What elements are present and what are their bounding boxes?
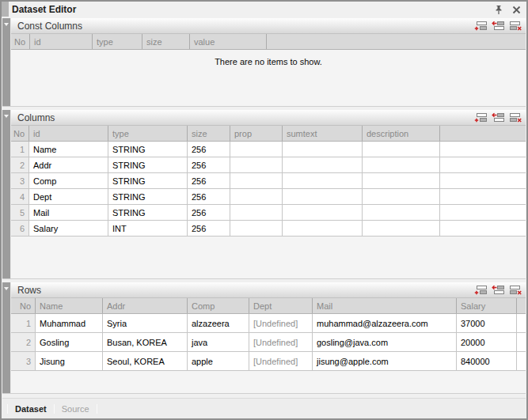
grid-cell[interactable]: INT xyxy=(108,221,188,236)
column-header[interactable]: Comp xyxy=(188,298,249,313)
grid-cell[interactable]: Jisung xyxy=(36,352,103,370)
column-header[interactable]: Addr xyxy=(103,298,188,313)
row-number-cell[interactable]: 2 xyxy=(11,157,29,172)
grid-cell[interactable] xyxy=(230,221,283,236)
delete-item-icon[interactable] xyxy=(509,21,522,31)
grid-cell[interactable] xyxy=(283,142,363,157)
row-number-cell[interactable]: 6 xyxy=(11,221,29,236)
column-header[interactable]: Salary xyxy=(457,298,517,313)
column-header[interactable]: No xyxy=(11,298,36,313)
grid-cell[interactable] xyxy=(363,221,440,236)
grid-cell[interactable] xyxy=(283,221,363,236)
grid-cell[interactable]: apple xyxy=(188,352,249,370)
grid-cell[interactable]: STRING xyxy=(108,205,188,220)
insert-item-icon[interactable] xyxy=(492,21,505,31)
grid-cell[interactable]: Syria xyxy=(103,314,188,332)
grid-cell[interactable]: 20000 xyxy=(457,333,517,351)
grid-cell[interactable]: alzazeera xyxy=(188,314,249,332)
grid-cell[interactable] xyxy=(363,205,440,220)
tab-source[interactable]: Source xyxy=(62,404,89,414)
grid-cell[interactable] xyxy=(363,173,440,188)
column-header[interactable]: id xyxy=(30,34,93,49)
column-header[interactable]: id xyxy=(29,126,108,141)
row-number-cell[interactable]: 3 xyxy=(11,352,36,370)
grid-cell[interactable]: STRING xyxy=(108,189,188,204)
grid-cell[interactable] xyxy=(283,173,363,188)
column-header[interactable]: type xyxy=(108,126,188,141)
grid-cell[interactable] xyxy=(363,142,440,157)
grid-cell[interactable]: 256 xyxy=(188,157,230,172)
grid-cell[interactable]: muhammad@alzazeera.com xyxy=(313,314,457,332)
column-header[interactable]: No xyxy=(11,34,30,49)
row-number-cell[interactable]: 2 xyxy=(11,333,36,351)
add-item-icon[interactable] xyxy=(474,285,488,295)
row-number-cell[interactable]: 3 xyxy=(11,173,29,188)
grid-cell[interactable]: Salary xyxy=(29,221,108,236)
grid-cell[interactable]: Seoul, KOREA xyxy=(103,352,188,370)
pin-button[interactable] xyxy=(493,4,504,15)
grid-cell[interactable]: Gosling xyxy=(36,333,103,351)
grid-cell[interactable] xyxy=(230,142,283,157)
sections-container: Const Columns xyxy=(2,17,526,418)
column-header[interactable]: Dept xyxy=(249,298,313,313)
row-number-cell[interactable]: 5 xyxy=(11,205,29,220)
grid-cell[interactable] xyxy=(283,157,363,172)
grid-cell[interactable]: 256 xyxy=(188,189,230,204)
tab-dataset[interactable]: Dataset xyxy=(15,404,47,414)
column-header[interactable]: prop xyxy=(230,126,283,141)
grid-cell[interactable]: Comp xyxy=(29,173,108,188)
column-header[interactable]: No xyxy=(11,126,29,141)
grid-cell[interactable] xyxy=(283,205,363,220)
row-number-cell[interactable]: 4 xyxy=(11,189,29,204)
column-header[interactable]: Name xyxy=(36,298,103,313)
collapse-rows-button[interactable] xyxy=(4,287,9,290)
grid-cell[interactable]: [Undefined] xyxy=(249,314,313,332)
grid-cell[interactable]: 256 xyxy=(188,221,230,236)
column-header[interactable]: size xyxy=(142,34,190,49)
grid-cell[interactable]: [Undefined] xyxy=(249,333,313,351)
grid-cell[interactable] xyxy=(283,189,363,204)
grid-cell[interactable]: Name xyxy=(29,142,108,157)
grid-cell[interactable]: Mail xyxy=(29,205,108,220)
grid-cell[interactable]: [Undefined] xyxy=(249,352,313,370)
collapse-const-columns-button[interactable] xyxy=(4,23,9,26)
grid-cell[interactable]: Busan, KOREA xyxy=(103,333,188,351)
grid-cell[interactable]: STRING xyxy=(108,173,188,188)
column-header[interactable]: description xyxy=(363,126,440,141)
grid-cell[interactable]: STRING xyxy=(108,142,188,157)
grid-cell[interactable] xyxy=(363,157,440,172)
column-header[interactable]: Mail xyxy=(313,298,457,313)
column-header[interactable]: sumtext xyxy=(283,126,363,141)
column-header[interactable]: size xyxy=(188,126,230,141)
grid-cell[interactable]: Dept xyxy=(29,189,108,204)
row-number-cell[interactable]: 1 xyxy=(11,314,36,332)
grid-cell[interactable]: java xyxy=(188,333,249,351)
insert-item-icon[interactable] xyxy=(492,285,505,295)
const-columns-title: Const Columns xyxy=(17,21,82,32)
grid-cell[interactable]: STRING xyxy=(108,157,188,172)
grid-cell[interactable]: 256 xyxy=(188,205,230,220)
grid-cell[interactable]: 256 xyxy=(188,173,230,188)
grid-cell[interactable]: 37000 xyxy=(457,314,517,332)
close-button[interactable] xyxy=(511,4,522,15)
add-item-icon[interactable] xyxy=(474,112,488,123)
grid-cell[interactable]: jisung@apple.com xyxy=(313,352,457,370)
delete-item-icon[interactable] xyxy=(509,112,522,123)
grid-cell[interactable] xyxy=(363,189,440,204)
grid-cell[interactable] xyxy=(230,173,283,188)
grid-cell[interactable] xyxy=(230,189,283,204)
grid-cell[interactable]: 256 xyxy=(188,142,230,157)
add-item-icon[interactable] xyxy=(474,21,488,31)
grid-cell[interactable]: gosling@java.com xyxy=(313,333,457,351)
grid-cell[interactable] xyxy=(230,157,283,172)
delete-item-icon[interactable] xyxy=(509,285,522,295)
column-header[interactable]: type xyxy=(93,34,142,49)
column-header[interactable]: value xyxy=(190,34,267,49)
grid-cell[interactable] xyxy=(230,205,283,220)
grid-cell[interactable]: Muhammad xyxy=(36,314,103,332)
insert-item-icon[interactable] xyxy=(492,112,505,123)
collapse-columns-button[interactable] xyxy=(4,115,9,118)
row-number-cell[interactable]: 1 xyxy=(11,142,29,157)
grid-cell[interactable]: Addr xyxy=(29,157,108,172)
grid-cell[interactable]: 840000 xyxy=(457,352,517,370)
